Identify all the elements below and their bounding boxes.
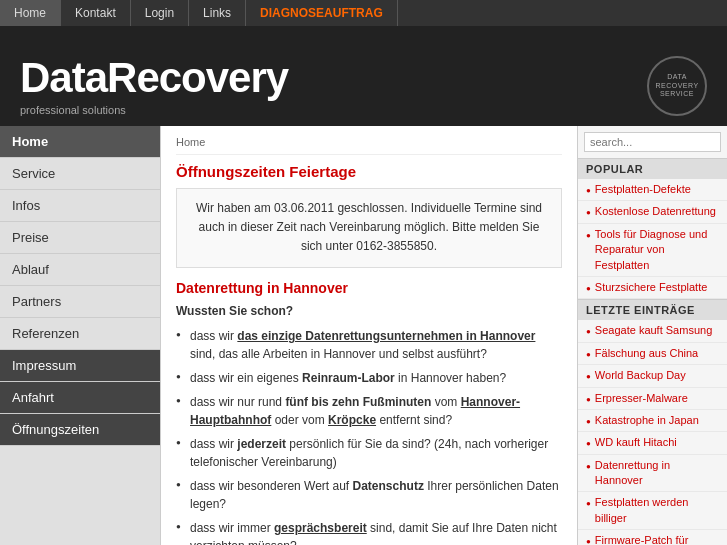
breadcrumb: Home [176,136,562,155]
logo-recovery: Recovery [107,54,288,101]
search-box [578,126,727,158]
bullet-icon: ● [586,283,591,294]
popular-item-0[interactable]: ● Festplatten-Defekte [578,179,727,201]
list-item: dass wir jederzeit persönlich für Sie da… [176,432,562,474]
recent-item-4[interactable]: ●Katastrophe in Japan [578,410,727,432]
recent-item-1[interactable]: ●Fälschung aus China [578,343,727,365]
notice-text: Wir haben am 03.06.2011 geschlossen. Ind… [196,201,542,253]
site-header: DataRecovery professional solutions DATA… [0,26,727,126]
bullet-icon: ● [586,371,591,382]
right-sidebar: POPULAR ● Festplatten-Defekte ● Kostenlo… [577,126,727,545]
site-logo: DataRecovery [20,54,288,102]
sidebar-item-ablauf[interactable]: Ablauf [0,254,160,286]
list-item: dass wir immer gesprächsbereit sind, dam… [176,516,562,545]
popular-label-1: Kostenlose Datenrettung [595,204,716,219]
sidebar-item-anfahrt[interactable]: Anfahrt [0,382,160,414]
bullet-icon: ● [586,185,591,196]
recent-item-7[interactable]: ●Festplatten werden billiger [578,492,727,530]
sub-heading: Wussten Sie schon? [176,304,562,318]
list-item: dass wir nur rund fünf bis zehn Fußminut… [176,390,562,432]
sidebar-item-infos[interactable]: Infos [0,190,160,222]
popular-item-2[interactable]: ● Tools für Diagnose und Reparatur von F… [578,224,727,277]
sidebar-item-oeffnungszeiten[interactable]: Öffnungszeiten [0,414,160,446]
list-item: dass wir besonderen Wert auf Datenschutz… [176,474,562,516]
logo-block: DataRecovery professional solutions [20,54,288,116]
bullet-icon: ● [586,498,591,509]
nav-kontakt[interactable]: Kontakt [61,0,131,26]
sidebar-item-service[interactable]: Service [0,158,160,190]
nav-home[interactable]: Home [0,0,61,26]
sidebar-item-preise[interactable]: Preise [0,222,160,254]
main-layout: Home Service Infos Preise Ablauf Partner… [0,126,727,545]
link-datenrettung[interactable]: das einzige Datenrettungsunternehmen in … [237,329,535,343]
link-kroepcke[interactable]: Kröpcke [328,413,376,427]
recent-section-title: LETZTE EINTRÄGE [578,300,727,320]
section-title-1: Öffnungszeiten Feiertage [176,163,562,180]
nav-diagnoseauftrag[interactable]: DIAGNOSEAUFTRAG [246,0,398,26]
list-item: dass wir das einzige Datenrettungsuntern… [176,324,562,366]
link-gespraechsbereit[interactable]: gesprächsbereit [274,521,367,535]
logo-data: Data [20,54,107,101]
recent-section: LETZTE EINTRÄGE ●Seagate kauft Samsung ●… [578,299,727,545]
bullet-icon: ● [586,207,591,218]
facts-list: dass wir das einzige Datenrettungsuntern… [176,324,562,545]
popular-item-1[interactable]: ● Kostenlose Datenrettung [578,201,727,223]
site-tagline: professional solutions [20,104,288,116]
bullet-icon: ● [586,394,591,405]
section-title-2: Datenrettung in Hannover [176,280,562,296]
popular-label-0: Festplatten-Defekte [595,182,691,197]
sidebar-item-partners[interactable]: Partners [0,286,160,318]
list-item: dass wir ein eigenes Reinraum-Labor in H… [176,366,562,390]
main-content: Home Öffnungszeiten Feiertage Wir haben … [160,126,577,545]
bullet-icon: ● [586,461,591,472]
recent-item-3[interactable]: ●Erpresser-Malware [578,388,727,410]
top-navigation: Home Kontakt Login Links DIAGNOSEAUFTRAG [0,0,727,26]
search-input[interactable] [584,132,721,152]
nav-links[interactable]: Links [189,0,246,26]
recent-item-0[interactable]: ●Seagate kauft Samsung [578,320,727,342]
popular-item-3[interactable]: ● Sturzsichere Festplatte [578,277,727,299]
recent-item-8[interactable]: ●Firmware-Patch für Samsung-Festplatten [578,530,727,545]
nav-login[interactable]: Login [131,0,189,26]
circle-text: DATA RECOVERY SERVICE [655,73,698,98]
recent-item-5[interactable]: ●WD kauft Hitachi [578,432,727,454]
notice-box: Wir haben am 03.06.2011 geschlossen. Ind… [176,188,562,268]
bullet-icon: ● [586,349,591,360]
logo-circle-badge: DATA RECOVERY SERVICE [647,56,707,116]
bullet-icon: ● [586,416,591,427]
sidebar-item-impressum[interactable]: Impressum [0,350,160,382]
recent-item-6[interactable]: ●Datenrettung in Hannover [578,455,727,493]
recent-item-2[interactable]: ●World Backup Day [578,365,727,387]
sidebar-item-home[interactable]: Home [0,126,160,158]
bullet-icon: ● [586,230,591,241]
bullet-icon: ● [586,536,591,545]
popular-label-3: Sturzsichere Festplatte [595,280,708,295]
bullet-icon: ● [586,438,591,449]
bullet-icon: ● [586,326,591,337]
popular-section: POPULAR ● Festplatten-Defekte ● Kostenlo… [578,158,727,299]
sidebar-item-referenzen[interactable]: Referenzen [0,318,160,350]
left-sidebar: Home Service Infos Preise Ablauf Partner… [0,126,160,545]
popular-label-2: Tools für Diagnose und Reparatur von Fes… [595,227,719,273]
popular-section-title: POPULAR [578,159,727,179]
